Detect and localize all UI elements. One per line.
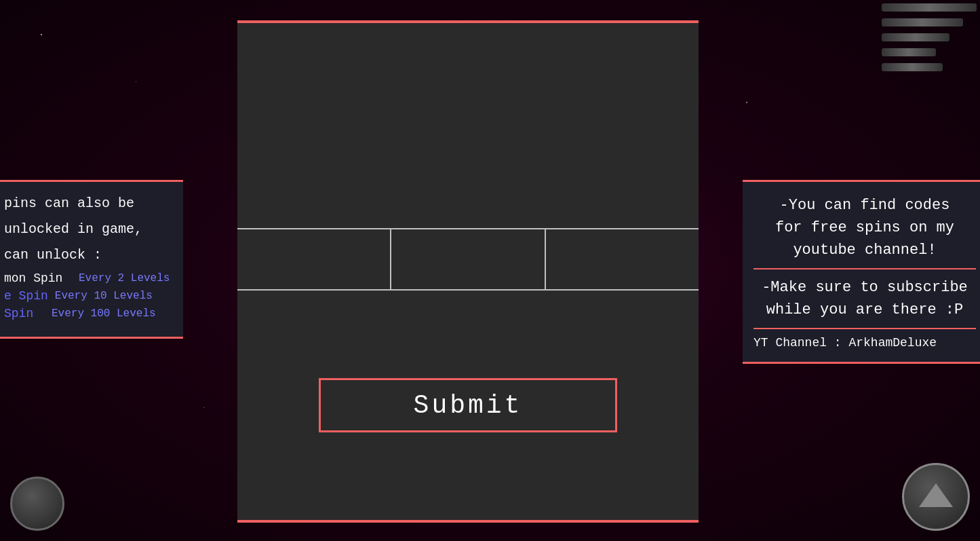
- spin-row-epic: Spin Every 100 Levels: [4, 307, 172, 320]
- spin-table: mon Spin Every 2 Levels e Spin Every 10 …: [4, 272, 172, 320]
- spin-name-epic: Spin: [4, 307, 45, 320]
- input-cell-left[interactable]: [237, 229, 391, 289]
- spin-name-rare: e Spin: [4, 289, 48, 303]
- joystick-left[interactable]: [10, 477, 64, 531]
- right-panel-divider: [753, 268, 976, 269]
- center-panel: Submit: [237, 20, 699, 523]
- spin-level-common: Every 2 Levels: [79, 272, 170, 284]
- right-line3: youtube channel!: [793, 242, 936, 259]
- arrow-button-right[interactable]: [902, 463, 970, 531]
- left-panel-line3: can unlock :: [4, 246, 172, 265]
- right-info-panel: -You can find codes for free spins on my…: [743, 180, 980, 364]
- top-display-area: [237, 23, 699, 228]
- spin-level-rare: Every 10 Levels: [55, 290, 153, 302]
- spin-row-common: mon Spin Every 2 Levels: [4, 272, 172, 285]
- arrow-up-icon: [919, 483, 953, 507]
- right-line2: for free spins on my: [775, 219, 954, 236]
- yt-channel-label: YT Channel : ArkhamDeluxe: [753, 336, 976, 350]
- spin-level-epic: Every 100 Levels: [52, 307, 156, 320]
- right-panel-divider2: [753, 328, 976, 329]
- spin-row-rare: e Spin Every 10 Levels: [4, 289, 172, 303]
- left-panel-line1: pins can also be: [4, 194, 172, 213]
- right-line4: -Make sure to subscribe: [762, 279, 968, 296]
- left-panel-line2: unlocked in game,: [4, 220, 172, 239]
- input-row: [237, 229, 699, 291]
- right-panel-subscribe-text: -Make sure to subscribe while you are th…: [753, 276, 976, 321]
- left-info-panel: pins can also be unlocked in game, can u…: [0, 180, 183, 339]
- input-cell-center[interactable]: [391, 229, 545, 289]
- right-line5: while you are there :P: [766, 301, 963, 318]
- submit-area: Submit: [237, 291, 699, 520]
- right-line1: -You can find codes: [780, 197, 950, 214]
- right-panel-codes-text: -You can find codes for free spins on my…: [753, 194, 976, 261]
- input-cell-right[interactable]: [546, 229, 699, 289]
- top-right-decoration: [871, 0, 980, 88]
- spin-name-common: mon Spin: [4, 272, 72, 285]
- submit-button[interactable]: Submit: [319, 378, 617, 432]
